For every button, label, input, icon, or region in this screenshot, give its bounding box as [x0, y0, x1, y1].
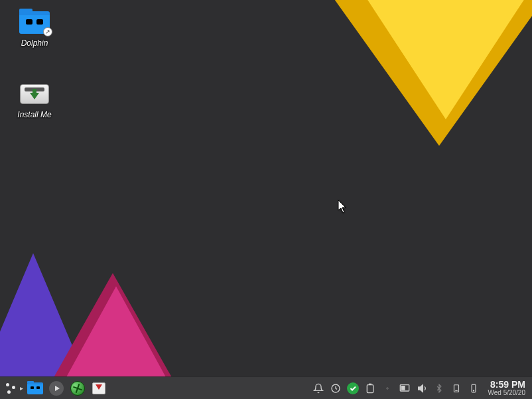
install-me-shortcut[interactable]: Install Me — [8, 81, 61, 119]
app-menu-icon — [4, 381, 19, 396]
chevron-right-icon: ▸ — [19, 381, 24, 396]
taskbar-panel: ▸ — [0, 376, 532, 399]
clock-date: Wed 5/20/20 — [488, 390, 525, 397]
battery-icon[interactable] — [364, 382, 376, 394]
keyboard-layout-icon[interactable] — [381, 382, 393, 394]
volume-icon[interactable] — [416, 382, 428, 394]
installer-icon — [92, 382, 105, 394]
check-circle-icon — [347, 382, 359, 394]
mouse-cursor — [338, 200, 348, 213]
svg-point-9 — [474, 390, 474, 390]
folder-icon: ↗ — [19, 9, 50, 36]
wallpaper-shape — [333, 0, 532, 119]
drive-install-icon — [19, 81, 50, 107]
network-launcher[interactable] — [68, 378, 88, 398]
green-globe-icon — [70, 381, 85, 396]
clock-time: 8:59 PM — [488, 380, 525, 390]
svg-rect-5 — [401, 386, 405, 390]
dolphin-launcher[interactable] — [25, 378, 45, 398]
svg-point-3 — [387, 387, 389, 389]
klipper-icon[interactable] — [330, 382, 342, 394]
bluetooth-icon[interactable] — [433, 382, 445, 394]
installer-launcher[interactable] — [89, 378, 109, 398]
device-icon[interactable] — [450, 382, 462, 394]
display-icon[interactable] — [399, 382, 411, 394]
application-launcher[interactable]: ▸ — [3, 379, 25, 398]
folder-icon — [27, 382, 43, 394]
system-tray — [312, 382, 484, 394]
desktop-icon-label: Dolphin — [8, 38, 61, 48]
play-circle-icon — [49, 381, 64, 396]
updates-icon[interactable] — [347, 382, 359, 394]
notifications-icon[interactable] — [312, 382, 324, 394]
media-player-launcher[interactable] — [46, 378, 66, 398]
desktop-icon-label: Install Me — [8, 110, 61, 119]
clock-widget[interactable]: 8:59 PM Wed 5/20/20 — [484, 380, 529, 396]
network-tray-icon[interactable] — [468, 382, 480, 394]
dolphin-shortcut[interactable]: ↗ Dolphin — [8, 9, 61, 48]
svg-rect-1 — [367, 384, 373, 392]
desktop[interactable]: ↗ Dolphin Install Me ▸ — [0, 0, 532, 399]
task-launchers — [25, 378, 109, 398]
